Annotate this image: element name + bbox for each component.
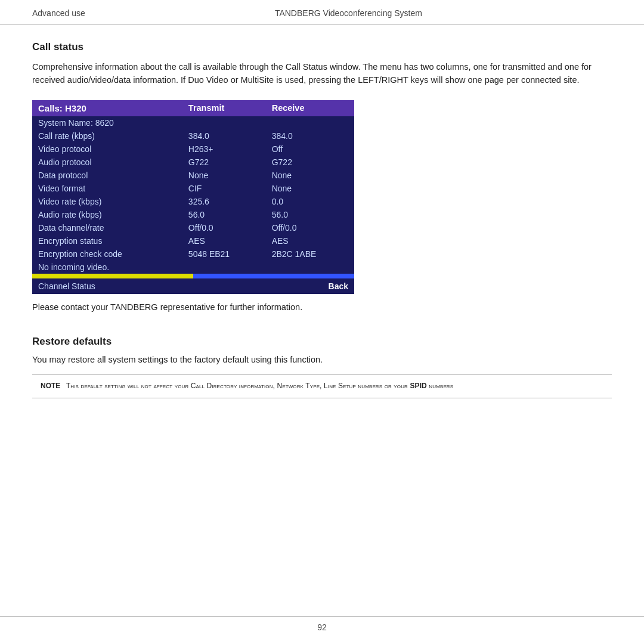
row-transmit: 56.0 bbox=[182, 208, 266, 221]
system-name-row: System Name: 8620 bbox=[32, 116, 354, 129]
table-row: Data channel/rate Off/0.0 Off/0.0 bbox=[32, 221, 354, 234]
bottom-bar: 92 bbox=[0, 616, 644, 632]
table-row: Video format CIF None bbox=[32, 182, 354, 195]
row-label: Audio rate (kbps) bbox=[32, 208, 182, 221]
contact-note: Please contact your TANDBERG representat… bbox=[32, 302, 612, 312]
restore-defaults-section: Restore defaults You may restore all sys… bbox=[32, 336, 612, 398]
row-label: Encryption check code bbox=[32, 247, 182, 261]
row-label: Video rate (kbps) bbox=[32, 195, 182, 208]
table-row: Video protocol H263+ Off bbox=[32, 143, 354, 156]
table-row: Encryption status AES AES bbox=[32, 234, 354, 247]
row-receive: 56.0 bbox=[266, 208, 354, 221]
row-receive: 0.0 bbox=[266, 195, 354, 208]
call-status-section: Call status Comprehensive information ab… bbox=[32, 41, 612, 312]
row-label: Data channel/rate bbox=[32, 221, 182, 234]
header-center: TANDBERG Videoconferencing System bbox=[275, 8, 422, 18]
no-incoming-row: No incoming video. bbox=[32, 261, 354, 274]
note-box: NOTE This default setting will not affec… bbox=[32, 374, 612, 398]
row-label: Audio protocol bbox=[32, 156, 182, 169]
col2-header: Transmit bbox=[182, 100, 266, 116]
row-receive: None bbox=[266, 169, 354, 182]
note-text: This default setting will not affect you… bbox=[66, 382, 453, 390]
row-transmit: 325.6 bbox=[182, 195, 266, 208]
top-bar: Advanced use TANDBERG Videoconferencing … bbox=[0, 0, 644, 24]
row-transmit: AES bbox=[182, 234, 266, 247]
header-left: Advanced use bbox=[32, 8, 85, 18]
row-transmit: 5048 EB21 bbox=[182, 247, 266, 261]
row-receive: 384.0 bbox=[266, 129, 354, 143]
channel-status-row: Channel Status Back bbox=[32, 278, 354, 294]
row-receive: None bbox=[266, 182, 354, 195]
call-status-desc: Comprehensive information about the call… bbox=[32, 60, 612, 87]
row-transmit: Off/0.0 bbox=[182, 221, 266, 234]
back-label[interactable]: Back bbox=[266, 278, 354, 294]
row-receive: G722 bbox=[266, 156, 354, 169]
bar-blue-segment bbox=[193, 274, 354, 278]
row-transmit: H263+ bbox=[182, 143, 266, 156]
main-content: Call status Comprehensive information ab… bbox=[0, 24, 644, 398]
row-receive: AES bbox=[266, 234, 354, 247]
channel-status-empty bbox=[182, 278, 266, 294]
row-label: Encryption status bbox=[32, 234, 182, 247]
table-header-row: Calls: H320 Transmit Receive bbox=[32, 100, 354, 116]
no-incoming-cell: No incoming video. bbox=[32, 261, 354, 274]
row-receive: Off bbox=[266, 143, 354, 156]
bar-yellow-segment bbox=[32, 274, 193, 278]
row-label: Video protocol bbox=[32, 143, 182, 156]
call-status-title: Call status bbox=[32, 41, 612, 53]
color-bar-row bbox=[32, 274, 354, 278]
call-status-table: Calls: H320 Transmit Receive System Name… bbox=[32, 100, 354, 294]
col1-header: Calls: H320 bbox=[32, 100, 182, 116]
row-transmit: None bbox=[182, 169, 266, 182]
row-label: Video format bbox=[32, 182, 182, 195]
table-row: Data protocol None None bbox=[32, 169, 354, 182]
row-receive: Off/0.0 bbox=[266, 221, 354, 234]
table-body: System Name: 8620 Call rate (kbps) 384.0… bbox=[32, 116, 354, 294]
row-transmit: 384.0 bbox=[182, 129, 266, 143]
row-receive: 2B2C 1ABE bbox=[266, 247, 354, 261]
table-row: Video rate (kbps) 325.6 0.0 bbox=[32, 195, 354, 208]
table-row: Encryption check code 5048 EB21 2B2C 1AB… bbox=[32, 247, 354, 261]
restore-title: Restore defaults bbox=[32, 336, 612, 348]
row-transmit: CIF bbox=[182, 182, 266, 195]
page-number: 92 bbox=[317, 623, 327, 632]
system-name-cell: System Name: 8620 bbox=[32, 116, 354, 129]
row-label: Data protocol bbox=[32, 169, 182, 182]
row-transmit: G722 bbox=[182, 156, 266, 169]
col3-header: Receive bbox=[266, 100, 354, 116]
table-row: Call rate (kbps) 384.0 384.0 bbox=[32, 129, 354, 143]
note-label: NOTE bbox=[41, 382, 60, 390]
table-row: Audio protocol G722 G722 bbox=[32, 156, 354, 169]
restore-desc: You may restore all system settings to t… bbox=[32, 355, 612, 364]
table-row: Audio rate (kbps) 56.0 56.0 bbox=[32, 208, 354, 221]
row-label: Call rate (kbps) bbox=[32, 129, 182, 143]
channel-status-label: Channel Status bbox=[32, 278, 182, 294]
